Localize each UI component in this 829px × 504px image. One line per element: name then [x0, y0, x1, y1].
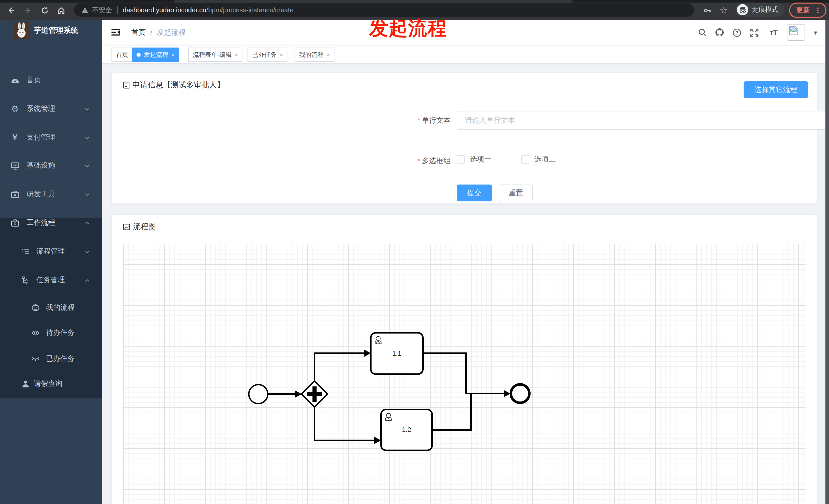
- end-event[interactable]: [511, 384, 529, 403]
- browser-menu-icon[interactable]: ⋮: [814, 6, 821, 14]
- sidebar-item-devtools[interactable]: 研发工具: [0, 182, 102, 207]
- sidebar-item-todo-tasks[interactable]: 待办任务: [0, 320, 102, 346]
- chevron-up-icon: [84, 220, 90, 226]
- bookmark-star-icon[interactable]: ☆: [716, 3, 731, 18]
- choose-other-process-button[interactable]: 选择其它流程: [744, 81, 808, 98]
- sidebar-item-workflow[interactable]: 工作流程: [0, 210, 102, 236]
- sidebar-item-label: 我的流程: [46, 303, 75, 312]
- tab-done-tasks[interactable]: 已办任务 ×: [248, 47, 288, 62]
- diagram-card-header: 流程图: [112, 215, 817, 237]
- process-diagram-card: 流程图: [111, 214, 817, 504]
- tags-view-bar: 首页 发起流程 × 流程表单-编辑 × 已办任务 × 我的流程 ×: [102, 45, 825, 64]
- user-avatar[interactable]: [788, 24, 804, 41]
- apply-info-title-text: 申请信息【测试多审批人】: [133, 80, 224, 90]
- reload-button[interactable]: [37, 3, 52, 18]
- security-label: 不安全: [92, 5, 112, 14]
- checkbox-label[interactable]: 选项二: [534, 155, 556, 164]
- avatar-dropdown-caret-icon[interactable]: ▼: [813, 29, 818, 36]
- update-chrome-button[interactable]: 更新 ⋮: [789, 3, 826, 18]
- sidebar-item-label: 研发工具: [27, 190, 55, 199]
- sidebar-item-label: 首页: [27, 76, 41, 85]
- sidebar-item-label: 任务管理: [36, 275, 65, 285]
- password-key-icon[interactable]: [699, 3, 715, 18]
- url-path: /bpm/process-instance/create: [206, 6, 294, 14]
- sidebar-item-leave-query[interactable]: 请假查询: [0, 371, 102, 397]
- back-button[interactable]: [3, 3, 19, 18]
- main-area: 首页 / 发起流程 ? тT: [102, 20, 825, 504]
- apply-info-title: 申请信息【测试多审批人】: [123, 80, 224, 90]
- breadcrumb-home[interactable]: 首页: [132, 28, 146, 37]
- search-icon[interactable]: [697, 28, 707, 37]
- checkbox-option-2[interactable]: [521, 155, 529, 163]
- home-button[interactable]: [53, 3, 69, 18]
- url-host: dashboard.yudao.iocoder.cn: [123, 6, 206, 14]
- bpmn-diagram: 1.1 1.2: [123, 244, 805, 504]
- tab-my-process[interactable]: 我的流程 ×: [295, 47, 335, 62]
- tab-home[interactable]: 首页: [111, 47, 133, 62]
- fullscreen-icon[interactable]: [750, 28, 759, 37]
- plus-icon: [313, 386, 317, 402]
- close-icon[interactable]: ×: [327, 52, 330, 58]
- apply-info-card: 申请信息【测试多审批人】 选择其它流程 *单行文本 请输入单行文本 *多选框组 …: [111, 73, 817, 204]
- sidebar-toggle-icon[interactable]: [111, 28, 120, 37]
- sidebar-item-process-mgmt[interactable]: 流程管理: [0, 239, 102, 264]
- incognito-label: 无痕模式: [752, 5, 779, 14]
- screen: 不安全 dashboard.yudao.iocoder.cn/bpm/proce…: [0, 0, 829, 504]
- close-icon[interactable]: ×: [171, 52, 175, 58]
- sidebar-item-label: 系统管理: [27, 104, 55, 114]
- sidebar-logo[interactable]: 芋道管理系统: [0, 20, 102, 45]
- field-label-single-line: *单行文本: [389, 116, 450, 125]
- user-task-1-2[interactable]: 1.2: [381, 410, 432, 450]
- browser-tabstrip: [0, 0, 829, 3]
- tab-label: 流程表单-编辑: [193, 50, 232, 59]
- bpmn-canvas[interactable]: 1.1 1.2: [123, 244, 805, 504]
- tab-process-form-edit[interactable]: 流程表单-编辑 ×: [188, 47, 243, 62]
- tree-list-icon: [21, 247, 30, 256]
- sidebar: 芋道管理系统 首页 ⚙ 系统管理 ￥ 支付管理 基础设施: [0, 20, 102, 504]
- chevron-down-icon: [84, 249, 90, 254]
- chevron-down-icon: [84, 106, 90, 112]
- navbar: 首页 / 发起流程 ? тT: [102, 20, 825, 45]
- start-event[interactable]: [249, 385, 268, 403]
- incognito-icon: [737, 4, 748, 15]
- url-text[interactable]: dashboard.yudao.iocoder.cn/bpm/process-i…: [123, 6, 294, 14]
- sidebar-item-infrastructure[interactable]: 基础设施: [0, 153, 102, 179]
- not-secure-warning-icon[interactable]: [81, 7, 88, 13]
- forward-button[interactable]: [20, 3, 35, 18]
- font-size-icon[interactable]: тT: [767, 28, 780, 37]
- close-icon[interactable]: ×: [280, 52, 283, 58]
- tab-label: 我的流程: [299, 50, 324, 59]
- close-icon[interactable]: ×: [235, 52, 238, 58]
- sidebar-item-label: 流程管理: [36, 247, 65, 256]
- breadcrumb: 首页 / 发起流程: [132, 28, 186, 37]
- flow-tree-icon: [21, 275, 30, 285]
- page-scrollbar[interactable]: [825, 20, 829, 504]
- checkbox-option-1[interactable]: [457, 155, 465, 163]
- help-icon[interactable]: ?: [732, 28, 742, 37]
- sidebar-item-done-tasks[interactable]: 已办任务: [0, 346, 102, 372]
- parallel-gateway[interactable]: [301, 381, 328, 407]
- github-icon[interactable]: [715, 28, 724, 37]
- checkbox-label[interactable]: 选项一: [470, 155, 492, 164]
- address-bar[interactable]: 不安全 dashboard.yudao.iocoder.cn/bpm/proce…: [74, 3, 694, 17]
- tab-label: 首页: [116, 50, 129, 59]
- single-line-text-input[interactable]: 请输入单行文本: [457, 111, 825, 130]
- task-label: 1.1: [392, 350, 401, 357]
- sidebar-item-system[interactable]: ⚙ 系统管理: [0, 96, 102, 122]
- submit-button[interactable]: 提交: [457, 185, 492, 201]
- sidebar-item-home[interactable]: 首页: [0, 68, 102, 93]
- sidebar-item-label: 工作流程: [27, 218, 55, 228]
- yen-icon: ￥: [10, 133, 20, 142]
- diagram-title: 流程图: [123, 222, 156, 232]
- sidebar-item-my-process[interactable]: 我的流程: [0, 295, 102, 320]
- reset-button[interactable]: 重置: [499, 185, 533, 201]
- user-task-1-1[interactable]: 1.1: [371, 333, 423, 374]
- active-browser-tab[interactable]: [174, 0, 573, 3]
- tab-start-process[interactable]: 发起流程 ×: [132, 47, 179, 62]
- sidebar-item-payment[interactable]: ￥ 支付管理: [0, 125, 102, 150]
- document-icon: [123, 81, 130, 89]
- face-icon: [31, 303, 40, 312]
- sidebar-item-task-mgmt[interactable]: 任务管理: [0, 267, 102, 293]
- active-tab-dot: [137, 53, 141, 57]
- navbar-actions: ? тT ▼: [697, 20, 818, 45]
